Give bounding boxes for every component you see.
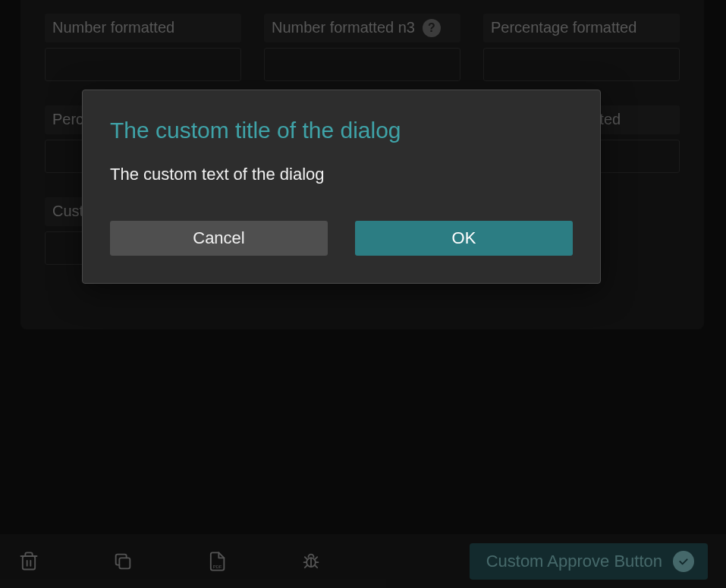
- confirm-dialog: The custom title of the dialog The custo…: [82, 90, 601, 284]
- dialog-text: The custom text of the dialog: [110, 165, 573, 184]
- dialog-title: The custom title of the dialog: [110, 118, 573, 143]
- dialog-actions: Cancel OK: [110, 221, 573, 256]
- modal-overlay[interactable]: [0, 0, 726, 588]
- ok-button[interactable]: OK: [355, 221, 573, 256]
- cancel-button[interactable]: Cancel: [110, 221, 328, 256]
